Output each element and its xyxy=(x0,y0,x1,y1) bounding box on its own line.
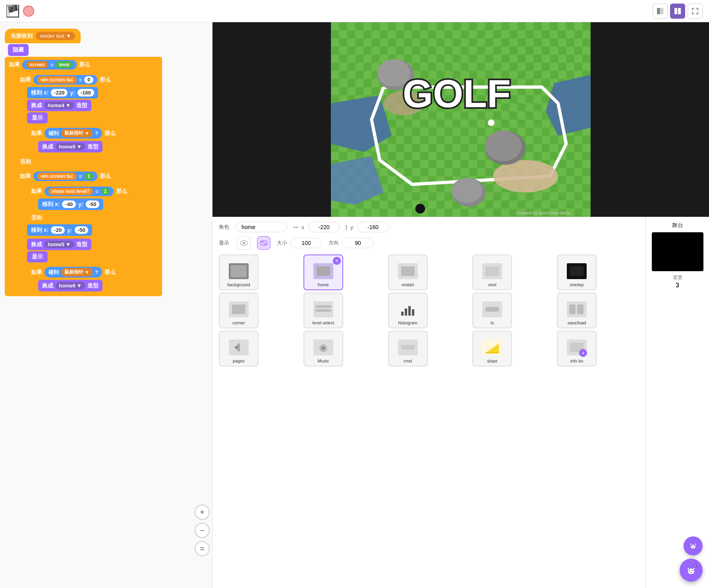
sprite-tile-next[interactable]: next xyxy=(472,254,512,290)
move-to-block-2: 移到 x: -40 y: -50 xyxy=(38,199,103,210)
hat-event-dropdown[interactable]: render text ▼ xyxy=(36,32,75,40)
costume-home4-block: 换成 home4▼ 造型 xyxy=(27,100,91,111)
role-label: 角色 xyxy=(219,224,229,231)
show-visible-btn[interactable] xyxy=(237,236,251,250)
if-touch-mouse-1: 如果 碰到 鼠标指针▼ ? 那么 xyxy=(27,125,138,154)
move-to-block-1: 移到 x: -220 y: -160 xyxy=(27,87,98,98)
if-screen-level: 如果 screen = level 那么 如果 win screen fac = xyxy=(5,57,162,296)
svg-point-69 xyxy=(692,570,694,571)
else-label-1: 否则 xyxy=(16,157,35,167)
stage-thumbnail[interactable] xyxy=(652,232,703,271)
svg-rect-52 xyxy=(577,305,583,314)
sprite-tile-restart[interactable]: restart xyxy=(388,254,428,290)
sprite-tile-histogram[interactable]: histogram xyxy=(388,293,428,328)
svg-rect-44 xyxy=(401,312,404,316)
svg-rect-49 xyxy=(485,307,499,312)
else-label-2: 否则 xyxy=(27,213,46,223)
backdrop-count: 3 xyxy=(676,282,679,289)
win-screen-fac-eq-1-condition: win screen fac = 1 xyxy=(33,172,97,181)
home4-dropdown[interactable]: home4▼ xyxy=(44,102,74,109)
svg-line-27 xyxy=(261,241,267,245)
dir-input[interactable] xyxy=(342,238,374,248)
sprite-tile-music[interactable]: Music xyxy=(303,331,343,366)
svg-rect-51 xyxy=(569,305,576,314)
move-to-block-3: 移到 x: -20 y: -50 xyxy=(27,224,92,236)
hat-label: 当接收到 xyxy=(10,33,33,40)
top-bar-left: 🏴 xyxy=(6,5,34,17)
cat-button[interactable]: + xyxy=(680,559,703,582)
show-label: 显示 xyxy=(219,239,229,247)
svg-rect-43 xyxy=(398,301,418,317)
sprite-tile-background[interactable]: background xyxy=(219,254,259,290)
zoom-out-button[interactable]: − xyxy=(195,523,210,538)
sprite-tile-overlay[interactable]: overlay xyxy=(557,254,597,290)
screen-eq-level-condition: screen = level xyxy=(22,60,77,69)
watermark: Created by awesome-llama xyxy=(516,210,570,215)
svg-rect-46 xyxy=(408,306,411,316)
touch-mouse-condition-1: 碰到 鼠标指针▼ ? xyxy=(44,128,102,139)
sprite-tile-label: histogram xyxy=(398,320,417,325)
sprite-tile-saveload[interactable]: save/load xyxy=(557,293,597,328)
hat-block: 当接收到 render text ▼ xyxy=(5,29,81,43)
sprite-tile-tx[interactable]: tx xyxy=(472,293,512,328)
sprite-tile-info[interactable]: + info bu xyxy=(557,331,597,366)
view-fullscreen-button[interactable] xyxy=(688,4,703,19)
view-split-button[interactable] xyxy=(670,4,685,19)
stage-side: 舞台 背景 3 xyxy=(645,217,709,588)
y-input[interactable] xyxy=(357,222,389,232)
stop-button[interactable] xyxy=(23,6,34,17)
game-preview: GOLF Created by awesome-llama xyxy=(213,22,709,217)
hide-block: 隐藏 xyxy=(8,44,29,56)
size-input[interactable] xyxy=(290,238,322,248)
svg-text:GOLF: GOLF xyxy=(403,72,511,116)
mouse-dropdown-1[interactable]: 鼠标指针▼ xyxy=(61,129,93,137)
zoom-in-button[interactable]: + xyxy=(195,505,210,520)
sprite-tile-home[interactable]: ✕ home xyxy=(303,254,343,290)
if-touch-mouse-2: 如果 碰到 鼠标指针▼ ? 那么 xyxy=(27,264,138,293)
svg-rect-33 xyxy=(401,266,415,276)
home6-dropdown[interactable]: home6▼ xyxy=(56,282,85,289)
sprite-tile-pages[interactable]: pages xyxy=(219,331,259,366)
svg-rect-47 xyxy=(412,309,414,316)
home5-dropdown-1[interactable]: home5▼ xyxy=(56,143,85,150)
show-next-level-condition: show next level? = 1 xyxy=(44,187,114,196)
x-label: x xyxy=(301,224,304,230)
sprite-name-input[interactable] xyxy=(236,222,287,232)
right-panel: GOLF Created by awesome-llama 角色 ↔ x xyxy=(213,22,709,588)
mouse-dropdown-2[interactable]: 鼠标指针▼ xyxy=(61,268,93,276)
svg-point-77 xyxy=(694,546,695,546)
sprite-tile-delete-home[interactable]: ✕ xyxy=(333,257,341,265)
svg-rect-3 xyxy=(678,8,681,14)
size-label: 大小 xyxy=(277,239,287,247)
dir-label: 方向 xyxy=(328,239,339,247)
sprite-tile-label: overlay xyxy=(570,282,583,287)
svg-rect-31 xyxy=(317,266,330,276)
sprite-tile-label: tx xyxy=(491,320,494,325)
if-win-screen-fac-1: 如果 win screen fac = 1 那么 如果 xyxy=(16,168,159,295)
sprite-tile-label: restart xyxy=(402,282,414,287)
stage-title: 舞台 xyxy=(672,222,683,229)
sprite-tile-level-select[interactable]: level select xyxy=(303,293,343,328)
sprite-tile-cmd[interactable]: cmd xyxy=(388,331,428,366)
sprite-tile-label: next xyxy=(488,282,496,287)
svg-rect-42 xyxy=(315,309,331,312)
view-code-button[interactable] xyxy=(653,4,668,19)
x-input[interactable] xyxy=(308,222,340,232)
svg-rect-39 xyxy=(232,305,245,314)
svg-marker-54 xyxy=(238,343,240,351)
sprite-tile-slope[interactable]: slope xyxy=(472,331,512,366)
green-flag-button[interactable]: 🏴 xyxy=(6,5,19,17)
top-bar: 🏴 xyxy=(0,0,709,22)
svg-rect-2 xyxy=(674,8,677,14)
add-sprite-button[interactable] xyxy=(684,536,703,555)
sprite-tile-label: slope xyxy=(487,359,497,363)
sprite-tile-label: Music xyxy=(317,359,329,363)
svg-rect-41 xyxy=(315,305,331,308)
sprite-tile-label: pages xyxy=(233,359,245,363)
home5-dropdown-2[interactable]: home5▼ xyxy=(44,241,74,248)
sprite-tile-label: level select xyxy=(313,320,334,325)
show-hidden-btn[interactable] xyxy=(257,236,270,250)
sprite-tile-corner[interactable]: corner xyxy=(219,293,259,328)
svg-rect-0 xyxy=(657,8,660,14)
fit-button[interactable]: = xyxy=(195,541,210,556)
